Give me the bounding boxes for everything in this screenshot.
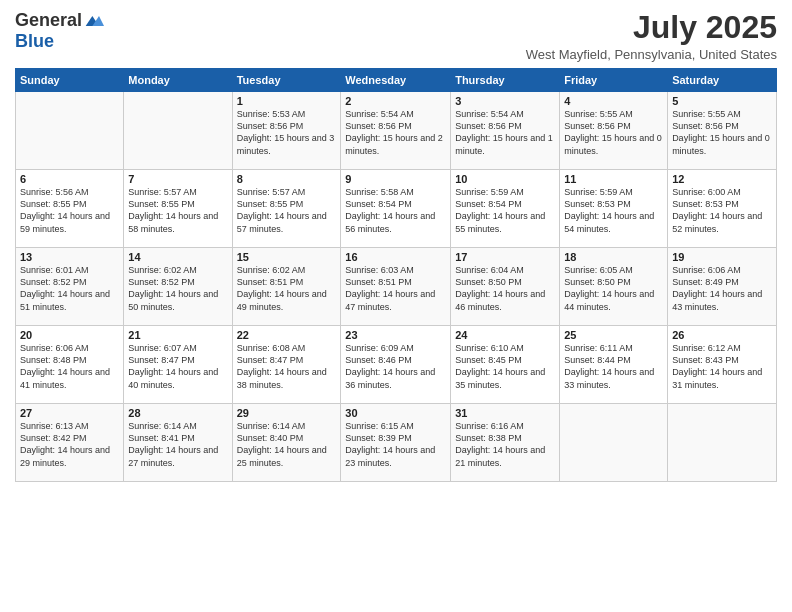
table-row: 21Sunrise: 6:07 AMSunset: 8:47 PMDayligh… (124, 326, 232, 404)
day-number: 1 (237, 95, 337, 107)
day-detail: Sunrise: 6:02 AMSunset: 8:52 PMDaylight:… (128, 264, 227, 313)
day-number: 2 (345, 95, 446, 107)
day-detail: Sunrise: 6:11 AMSunset: 8:44 PMDaylight:… (564, 342, 663, 391)
calendar-week-row: 27Sunrise: 6:13 AMSunset: 8:42 PMDayligh… (16, 404, 777, 482)
day-number: 4 (564, 95, 663, 107)
table-row: 30Sunrise: 6:15 AMSunset: 8:39 PMDayligh… (341, 404, 451, 482)
day-detail: Sunrise: 5:53 AMSunset: 8:56 PMDaylight:… (237, 108, 337, 157)
logo: General Blue (15, 10, 104, 52)
table-row: 31Sunrise: 6:16 AMSunset: 8:38 PMDayligh… (451, 404, 560, 482)
table-row: 20Sunrise: 6:06 AMSunset: 8:48 PMDayligh… (16, 326, 124, 404)
day-detail: Sunrise: 6:04 AMSunset: 8:50 PMDaylight:… (455, 264, 555, 313)
calendar-week-row: 13Sunrise: 6:01 AMSunset: 8:52 PMDayligh… (16, 248, 777, 326)
day-number: 11 (564, 173, 663, 185)
day-detail: Sunrise: 5:59 AMSunset: 8:53 PMDaylight:… (564, 186, 663, 235)
table-row (124, 92, 232, 170)
table-row: 22Sunrise: 6:08 AMSunset: 8:47 PMDayligh… (232, 326, 341, 404)
day-number: 7 (128, 173, 227, 185)
day-detail: Sunrise: 6:12 AMSunset: 8:43 PMDaylight:… (672, 342, 772, 391)
table-row: 12Sunrise: 6:00 AMSunset: 8:53 PMDayligh… (668, 170, 777, 248)
table-row: 24Sunrise: 6:10 AMSunset: 8:45 PMDayligh… (451, 326, 560, 404)
day-number: 21 (128, 329, 227, 341)
day-number: 16 (345, 251, 446, 263)
day-number: 8 (237, 173, 337, 185)
table-row: 6Sunrise: 5:56 AMSunset: 8:55 PMDaylight… (16, 170, 124, 248)
day-number: 13 (20, 251, 119, 263)
day-number: 15 (237, 251, 337, 263)
header-sunday: Sunday (16, 69, 124, 92)
day-detail: Sunrise: 6:16 AMSunset: 8:38 PMDaylight:… (455, 420, 555, 469)
day-detail: Sunrise: 6:06 AMSunset: 8:49 PMDaylight:… (672, 264, 772, 313)
header-saturday: Saturday (668, 69, 777, 92)
day-detail: Sunrise: 5:55 AMSunset: 8:56 PMDaylight:… (672, 108, 772, 157)
day-detail: Sunrise: 6:00 AMSunset: 8:53 PMDaylight:… (672, 186, 772, 235)
day-number: 24 (455, 329, 555, 341)
table-row: 26Sunrise: 6:12 AMSunset: 8:43 PMDayligh… (668, 326, 777, 404)
logo-general: General (15, 10, 82, 31)
main-title: July 2025 (526, 10, 777, 45)
table-row: 11Sunrise: 5:59 AMSunset: 8:53 PMDayligh… (560, 170, 668, 248)
table-row: 13Sunrise: 6:01 AMSunset: 8:52 PMDayligh… (16, 248, 124, 326)
day-number: 26 (672, 329, 772, 341)
day-number: 3 (455, 95, 555, 107)
calendar-header-row: Sunday Monday Tuesday Wednesday Thursday… (16, 69, 777, 92)
table-row: 29Sunrise: 6:14 AMSunset: 8:40 PMDayligh… (232, 404, 341, 482)
calendar-week-row: 6Sunrise: 5:56 AMSunset: 8:55 PMDaylight… (16, 170, 777, 248)
day-detail: Sunrise: 5:59 AMSunset: 8:54 PMDaylight:… (455, 186, 555, 235)
day-detail: Sunrise: 5:57 AMSunset: 8:55 PMDaylight:… (128, 186, 227, 235)
header-friday: Friday (560, 69, 668, 92)
table-row: 16Sunrise: 6:03 AMSunset: 8:51 PMDayligh… (341, 248, 451, 326)
table-row: 7Sunrise: 5:57 AMSunset: 8:55 PMDaylight… (124, 170, 232, 248)
day-number: 9 (345, 173, 446, 185)
logo-text: General (15, 10, 104, 31)
day-detail: Sunrise: 6:07 AMSunset: 8:47 PMDaylight:… (128, 342, 227, 391)
calendar-week-row: 20Sunrise: 6:06 AMSunset: 8:48 PMDayligh… (16, 326, 777, 404)
table-row: 3Sunrise: 5:54 AMSunset: 8:56 PMDaylight… (451, 92, 560, 170)
day-detail: Sunrise: 6:10 AMSunset: 8:45 PMDaylight:… (455, 342, 555, 391)
day-number: 25 (564, 329, 663, 341)
day-detail: Sunrise: 5:56 AMSunset: 8:55 PMDaylight:… (20, 186, 119, 235)
day-number: 10 (455, 173, 555, 185)
day-detail: Sunrise: 6:09 AMSunset: 8:46 PMDaylight:… (345, 342, 446, 391)
day-number: 17 (455, 251, 555, 263)
table-row: 27Sunrise: 6:13 AMSunset: 8:42 PMDayligh… (16, 404, 124, 482)
table-row: 28Sunrise: 6:14 AMSunset: 8:41 PMDayligh… (124, 404, 232, 482)
table-row: 15Sunrise: 6:02 AMSunset: 8:51 PMDayligh… (232, 248, 341, 326)
table-row: 23Sunrise: 6:09 AMSunset: 8:46 PMDayligh… (341, 326, 451, 404)
header: General Blue July 2025 West Mayfield, Pe… (15, 10, 777, 62)
day-detail: Sunrise: 6:08 AMSunset: 8:47 PMDaylight:… (237, 342, 337, 391)
day-number: 23 (345, 329, 446, 341)
day-number: 31 (455, 407, 555, 419)
table-row: 1Sunrise: 5:53 AMSunset: 8:56 PMDaylight… (232, 92, 341, 170)
calendar-week-row: 1Sunrise: 5:53 AMSunset: 8:56 PMDaylight… (16, 92, 777, 170)
table-row: 14Sunrise: 6:02 AMSunset: 8:52 PMDayligh… (124, 248, 232, 326)
logo-blue-text: Blue (15, 31, 54, 52)
day-number: 30 (345, 407, 446, 419)
day-number: 12 (672, 173, 772, 185)
table-row: 10Sunrise: 5:59 AMSunset: 8:54 PMDayligh… (451, 170, 560, 248)
day-number: 22 (237, 329, 337, 341)
subtitle: West Mayfield, Pennsylvania, United Stat… (526, 47, 777, 62)
day-number: 14 (128, 251, 227, 263)
day-number: 29 (237, 407, 337, 419)
table-row: 19Sunrise: 6:06 AMSunset: 8:49 PMDayligh… (668, 248, 777, 326)
table-row (560, 404, 668, 482)
day-detail: Sunrise: 5:58 AMSunset: 8:54 PMDaylight:… (345, 186, 446, 235)
day-detail: Sunrise: 6:03 AMSunset: 8:51 PMDaylight:… (345, 264, 446, 313)
day-detail: Sunrise: 6:02 AMSunset: 8:51 PMDaylight:… (237, 264, 337, 313)
table-row: 17Sunrise: 6:04 AMSunset: 8:50 PMDayligh… (451, 248, 560, 326)
logo-blue: Blue (15, 31, 54, 52)
day-detail: Sunrise: 6:06 AMSunset: 8:48 PMDaylight:… (20, 342, 119, 391)
table-row: 9Sunrise: 5:58 AMSunset: 8:54 PMDaylight… (341, 170, 451, 248)
logo-icon (84, 11, 104, 31)
table-row: 25Sunrise: 6:11 AMSunset: 8:44 PMDayligh… (560, 326, 668, 404)
day-detail: Sunrise: 6:14 AMSunset: 8:40 PMDaylight:… (237, 420, 337, 469)
calendar: Sunday Monday Tuesday Wednesday Thursday… (15, 68, 777, 482)
header-thursday: Thursday (451, 69, 560, 92)
header-tuesday: Tuesday (232, 69, 341, 92)
table-row (668, 404, 777, 482)
day-number: 27 (20, 407, 119, 419)
table-row: 2Sunrise: 5:54 AMSunset: 8:56 PMDaylight… (341, 92, 451, 170)
table-row: 5Sunrise: 5:55 AMSunset: 8:56 PMDaylight… (668, 92, 777, 170)
header-wednesday: Wednesday (341, 69, 451, 92)
